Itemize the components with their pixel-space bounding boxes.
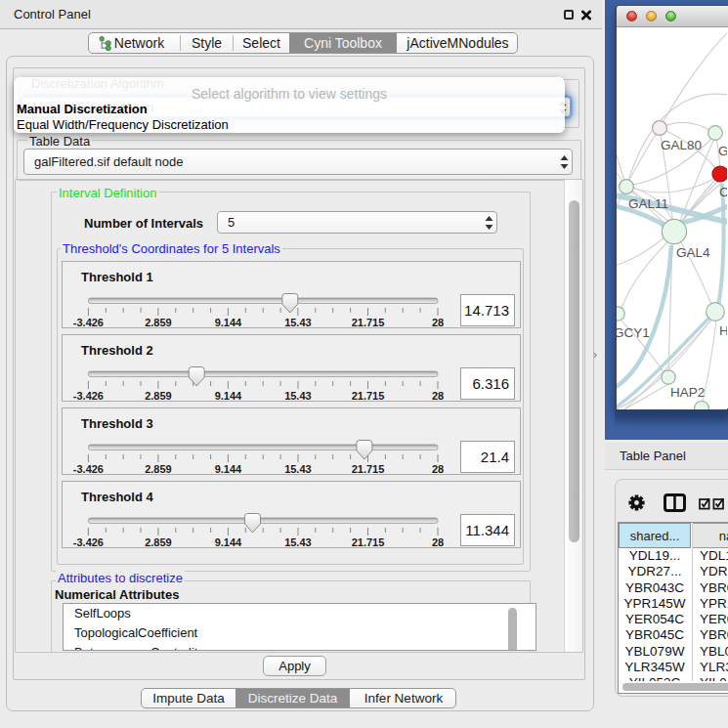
svg-text:GAL4: GAL4 (676, 245, 710, 260)
svg-text:C: C (719, 185, 727, 199)
svg-text:GAL11: GAL11 (628, 196, 668, 211)
svg-text:GCY1: GCY1 (617, 325, 650, 340)
svg-text:GA: GA (718, 144, 727, 158)
svg-text:H: H (719, 323, 727, 338)
svg-text:GAL80: GAL80 (661, 138, 702, 152)
svg-text:HAP2: HAP2 (670, 385, 705, 400)
